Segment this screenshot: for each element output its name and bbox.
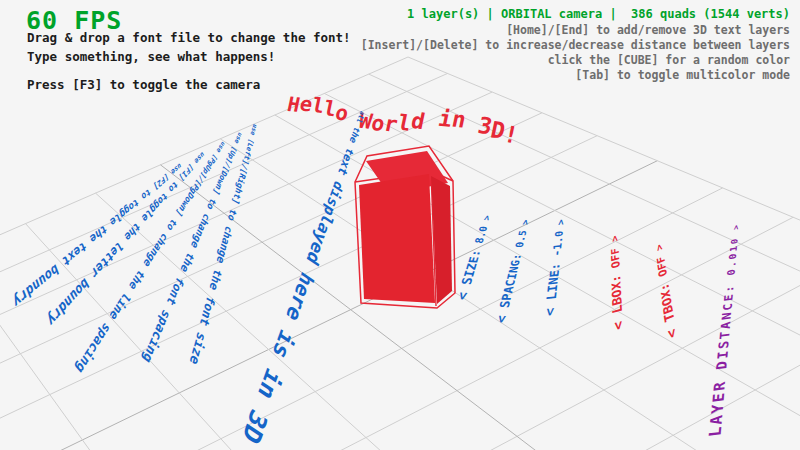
hint-type: Type something, see what happens!	[27, 49, 275, 64]
help-cube-color: click the [CUBE] for a random color	[548, 53, 790, 67]
help-layer-distance: [Insert]/[Delete] to increase/decrease d…	[361, 38, 790, 52]
hint-drag-drop: Drag & drop a font file to change the fo…	[27, 30, 351, 45]
cube-face[interactable]	[359, 174, 435, 303]
viewport: Hello World in 3D! all the text displaye…	[0, 0, 800, 450]
help-multicolor: [Tab] to toggle multicolor mode	[575, 68, 790, 82]
cube[interactable]	[355, 146, 455, 308]
help-layers: [Home]/[End] to add/remove 3D text layer…	[506, 23, 790, 37]
status-line: 1 layer(s) | ORBITAL camera | 386 quads …	[407, 7, 790, 21]
hint-toggle-camera: Press [F3] to toggle the camera	[27, 77, 260, 92]
grid-line	[0, 318, 800, 450]
